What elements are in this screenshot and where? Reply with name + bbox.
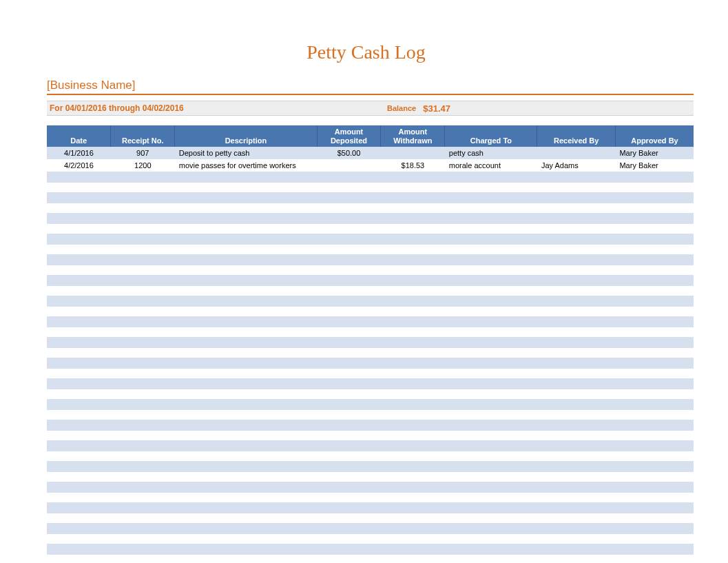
cell-charged_to: petty cash <box>445 147 537 159</box>
table-row-empty <box>47 451 694 461</box>
col-header-deposited: AmountDeposited <box>317 125 381 147</box>
cell-description: movie passes for overtime workers <box>175 159 317 172</box>
cell-date: 4/1/2016 <box>47 147 111 159</box>
table-row-empty <box>47 224 694 234</box>
table-row-empty <box>47 389 694 399</box>
document-container: Petty Cash Log [Business Name] For 04/01… <box>0 0 728 563</box>
divider <box>47 94 694 95</box>
cell-received_by <box>537 147 616 159</box>
table-row-empty <box>47 245 694 254</box>
balance-value: $31.47 <box>423 103 450 114</box>
table-row-empty <box>47 213 694 224</box>
table-row-empty <box>47 337 694 348</box>
col-header-date: Date <box>47 125 111 147</box>
table-row-empty <box>47 493 694 502</box>
col-header-receipt: Receipt No. <box>111 125 175 147</box>
cell-approved_by: Mary Baker <box>615 147 694 159</box>
table-row-empty <box>47 286 694 296</box>
table-row-empty <box>47 296 694 307</box>
table-row-empty <box>47 327 694 337</box>
table-row-empty <box>47 307 694 316</box>
table-row-empty <box>47 399 694 410</box>
table-row: 4/1/2016907Deposit to petty cash$50.00pe… <box>47 147 694 159</box>
table-row-empty <box>47 420 694 431</box>
col-header-approved-by: Approved By <box>615 125 694 147</box>
table-row-empty <box>47 192 694 203</box>
table-header-row: Date Receipt No. Description AmountDepos… <box>47 125 694 147</box>
cell-description: Deposit to petty cash <box>175 147 317 159</box>
table-row-empty <box>47 369 694 378</box>
table-row-empty <box>47 472 694 482</box>
cell-deposited: $50.00 <box>317 147 381 159</box>
cell-charged_to: morale account <box>445 159 537 172</box>
table-row-empty <box>47 461 694 472</box>
col-header-withdrawn: AmountWithdrawn <box>381 125 445 147</box>
balance-label: Balance <box>387 104 416 112</box>
table-row-empty <box>47 502 694 513</box>
col-header-description: Description <box>175 125 317 147</box>
table-row-empty <box>47 410 694 420</box>
table-row-empty <box>47 203 694 213</box>
table-row-empty <box>47 534 694 544</box>
table-row-empty <box>47 172 694 183</box>
table-row-empty <box>47 544 694 555</box>
business-name: [Business Name] <box>47 79 694 94</box>
petty-cash-table: Date Receipt No. Description AmountDepos… <box>47 125 694 555</box>
cell-date: 4/2/2016 <box>47 159 111 172</box>
table-row-empty <box>47 348 694 358</box>
table-row-empty <box>47 358 694 369</box>
cell-receipt: 907 <box>111 147 175 159</box>
table-row-empty <box>47 482 694 493</box>
cell-received_by: Jay Adams <box>537 159 616 172</box>
page-title: Petty Cash Log <box>39 41 694 63</box>
table-row-empty <box>47 513 694 523</box>
cell-receipt: 1200 <box>111 159 175 172</box>
table-row-empty <box>47 431 694 440</box>
period-text: For 04/01/2016 through 04/02/2016 <box>50 103 387 113</box>
col-header-charged-to: Charged To <box>445 125 537 147</box>
cell-deposited <box>317 159 381 172</box>
table-row-empty <box>47 234 694 245</box>
cell-approved_by: Mary Baker <box>615 159 694 172</box>
table-body: 4/1/2016907Deposit to petty cash$50.00pe… <box>47 147 694 555</box>
table-row-empty <box>47 378 694 389</box>
table-row-empty <box>47 275 694 286</box>
table-row-empty <box>47 265 694 275</box>
period-row: For 04/01/2016 through 04/02/2016 Balanc… <box>47 101 694 116</box>
table-row-empty <box>47 254 694 265</box>
table-row-empty <box>47 523 694 534</box>
col-header-received-by: Received By <box>537 125 616 147</box>
table-row-empty <box>47 316 694 327</box>
cell-withdrawn: $18.53 <box>381 159 445 172</box>
table-row-empty <box>47 183 694 192</box>
table-row: 4/2/20161200movie passes for overtime wo… <box>47 159 694 172</box>
table-row-empty <box>47 440 694 451</box>
cell-withdrawn <box>381 147 445 159</box>
